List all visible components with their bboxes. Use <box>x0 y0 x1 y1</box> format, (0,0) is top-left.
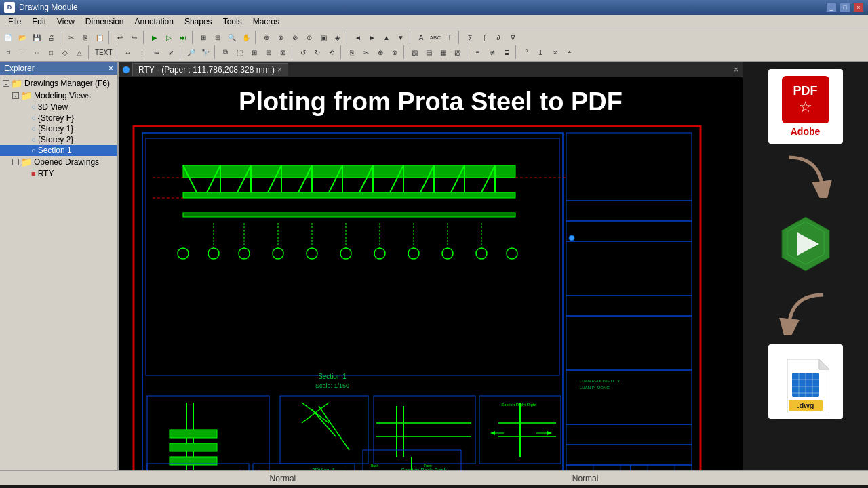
close-button[interactable]: × <box>853 3 864 12</box>
drawing-canvas[interactable]: Ploting from Prota Steel to PDF <box>119 77 743 470</box>
minimize-button[interactable]: _ <box>826 3 837 12</box>
expand-drawings[interactable]: - <box>3 80 9 87</box>
tb-d1[interactable]: A <box>414 30 428 44</box>
drawing-tab-close[interactable]: × <box>277 65 282 75</box>
tree-opened-drawings[interactable]: - 📁 Opened Drawings <box>0 156 117 168</box>
tb2-33[interactable]: ± <box>534 45 548 59</box>
sep16 <box>467 45 469 59</box>
tb2-5[interactable]: ◇ <box>58 45 72 59</box>
tb-paste[interactable]: 📋 <box>93 30 106 44</box>
right-panel: PDF ☆ Adobe <box>743 62 868 470</box>
tb2-12[interactable]: 🔭 <box>199 45 212 59</box>
tree-rty[interactable]: ■ RTY <box>0 168 117 179</box>
menu-view[interactable]: View <box>52 16 80 27</box>
tb2-18[interactable]: ↺ <box>296 45 310 59</box>
tb2-17[interactable]: ⊠ <box>276 45 290 59</box>
menu-annotation[interactable]: Annotation <box>130 16 179 27</box>
tb2-14[interactable]: ⬚ <box>233 45 247 59</box>
tb2-9[interactable]: ⇔ <box>150 45 163 59</box>
tb2-22[interactable]: ✂ <box>359 45 373 59</box>
expand-modeling[interactable]: - <box>12 92 19 99</box>
tb2-26[interactable]: ▤ <box>422 45 436 59</box>
tb-e3[interactable]: ∂ <box>492 30 505 44</box>
tb2-19[interactable]: ↻ <box>311 45 324 59</box>
tb-b6[interactable]: ◈ <box>331 30 344 44</box>
menu-shapes[interactable]: Shapes <box>179 16 218 27</box>
tb2-27[interactable]: ▦ <box>437 45 450 59</box>
tb2-13[interactable]: ⧉ <box>219 45 233 59</box>
tb2-15[interactable]: ⊞ <box>248 45 261 59</box>
tb2-2[interactable]: ⌒ <box>16 45 29 59</box>
tb2-10[interactable]: ⤢ <box>164 45 178 59</box>
tb2-6[interactable]: △ <box>73 45 86 59</box>
tree-storey-f[interactable]: ○ {Storey F} <box>0 113 117 123</box>
tree-3d-view[interactable]: ○ 3D View <box>0 102 117 113</box>
tree-section-1[interactable]: ○ Section 1 <box>0 145 117 156</box>
tb2-24[interactable]: ⊗ <box>388 45 401 59</box>
tb-zoom-extent[interactable]: ⊞ <box>197 30 210 44</box>
tb-c3[interactable]: ▲ <box>380 30 393 44</box>
menu-file[interactable]: File <box>3 16 26 27</box>
tb-play2[interactable]: ▷ <box>162 30 176 44</box>
tb2-34[interactable]: × <box>549 45 562 59</box>
tb-new[interactable]: 📄 <box>1 30 15 44</box>
tb-b3[interactable]: ⊘ <box>288 30 302 44</box>
drawing-tab-active[interactable]: RTY - (Paper : 111.786,208.328 mm.) × <box>132 63 288 76</box>
tb-c4[interactable]: ▼ <box>394 30 408 44</box>
tb-d3[interactable]: T <box>443 30 456 44</box>
tb2-7[interactable]: ↔ <box>121 45 135 59</box>
storey-f-label: {Storey F} <box>38 113 74 123</box>
drawing-area-close[interactable]: × <box>734 65 738 75</box>
tb2-20[interactable]: ⟲ <box>325 45 338 59</box>
tb-zoom-window[interactable]: ⊟ <box>211 30 224 44</box>
tb-c2[interactable]: ► <box>366 30 379 44</box>
tb-b4[interactable]: ⊙ <box>302 30 316 44</box>
tb-zoom-in[interactable]: 🔍 <box>225 30 239 44</box>
tb-copy[interactable]: ⎘ <box>79 30 92 44</box>
tb2-3[interactable]: ○ <box>30 45 43 59</box>
explorer-close[interactable]: × <box>108 64 113 73</box>
tb2-1[interactable]: ⌑ <box>1 45 15 59</box>
tb-open[interactable]: 📂 <box>16 30 29 44</box>
tb-c1[interactable]: ◄ <box>351 30 365 44</box>
tree-modeling-views[interactable]: - 📁 Modeling Views <box>0 89 117 102</box>
tb2-25[interactable]: ▧ <box>408 45 422 59</box>
tb2-30[interactable]: ≢ <box>486 45 499 59</box>
tb2-35[interactable]: ÷ <box>563 45 576 59</box>
tb-redo[interactable]: ↪ <box>127 30 141 44</box>
window-controls[interactable]: _ □ × <box>826 3 864 12</box>
tb-save[interactable]: 💾 <box>30 30 43 44</box>
tb-b1[interactable]: ⊕ <box>260 30 273 44</box>
tree-storey-1[interactable]: ○ {Storey 1} <box>0 123 117 134</box>
tb2-4[interactable]: □ <box>44 45 58 59</box>
tb2-28[interactable]: ▨ <box>451 45 465 59</box>
tb-play3[interactable]: ⏭ <box>176 30 190 44</box>
tb2-23[interactable]: ⊕ <box>374 45 387 59</box>
tb-e1[interactable]: ∑ <box>463 30 477 44</box>
tree-drawings-manager[interactable]: - 📁 Drawings Manager (F6) <box>0 77 117 89</box>
tb-e4[interactable]: ∇ <box>506 30 519 44</box>
tb2-8[interactable]: ↕ <box>136 45 149 59</box>
tb-e2[interactable]: ∫ <box>477 30 491 44</box>
tb-undo[interactable]: ↩ <box>113 30 127 44</box>
tb-d2[interactable]: ABC <box>429 30 442 44</box>
tb2-32[interactable]: ° <box>520 45 534 59</box>
expand-opened[interactable]: - <box>12 159 19 165</box>
tb2-16[interactable]: ⊟ <box>262 45 275 59</box>
tb2-29[interactable]: ≡ <box>471 45 485 59</box>
menu-tools[interactable]: Tools <box>218 16 248 27</box>
tb2-11[interactable]: 🔎 <box>184 45 198 59</box>
menu-dimension[interactable]: Dimension <box>80 16 130 27</box>
tb-pan[interactable]: ✋ <box>239 30 253 44</box>
tb-print[interactable]: 🖨 <box>44 30 58 44</box>
tree-storey-2[interactable]: ○ {Storey 2} <box>0 134 117 145</box>
maximize-button[interactable]: □ <box>840 3 850 12</box>
tb-b2[interactable]: ⊗ <box>274 30 288 44</box>
tb-b5[interactable]: ▣ <box>317 30 330 44</box>
menu-macros[interactable]: Macros <box>248 16 285 27</box>
menu-edit[interactable]: Edit <box>26 16 52 27</box>
tb2-31[interactable]: ≣ <box>500 45 513 59</box>
tb-cut[interactable]: ✂ <box>64 30 78 44</box>
tb2-21[interactable]: ⎘ <box>345 45 359 59</box>
tb-play[interactable]: ▶ <box>148 30 161 44</box>
